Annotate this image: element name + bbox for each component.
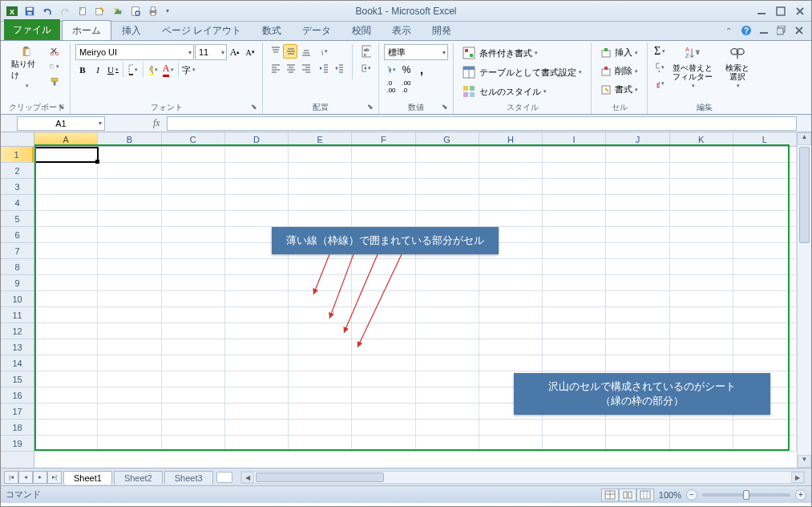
- col-header-B[interactable]: B: [98, 132, 161, 146]
- col-header-D[interactable]: D: [225, 132, 289, 146]
- col-header-K[interactable]: K: [670, 132, 733, 146]
- cell[interactable]: [416, 420, 479, 436]
- qat-customize-icon[interactable]: ▾: [163, 4, 172, 18]
- cell[interactable]: [162, 147, 225, 163]
- cell[interactable]: [352, 436, 415, 452]
- cut-icon[interactable]: [47, 44, 62, 59]
- cell[interactable]: [289, 147, 352, 163]
- cell[interactable]: [543, 179, 606, 195]
- zoom-slider-knob[interactable]: [743, 490, 749, 500]
- cell[interactable]: [225, 323, 289, 339]
- minimize-icon[interactable]: [753, 4, 770, 18]
- help-icon[interactable]: ?: [739, 24, 753, 37]
- font-launcher-icon[interactable]: ⬊: [248, 101, 260, 112]
- qat-btn-2[interactable]: [92, 4, 108, 18]
- cell[interactable]: [98, 147, 161, 163]
- italic-icon[interactable]: I: [91, 63, 105, 77]
- cell[interactable]: [733, 243, 797, 259]
- cell[interactable]: [416, 211, 479, 227]
- fx-icon[interactable]: fx: [153, 117, 160, 129]
- merge-center-icon[interactable]: [359, 61, 374, 75]
- cell-styles-button[interactable]: セルのスタイル: [459, 83, 551, 100]
- col-header-C[interactable]: C: [162, 132, 225, 146]
- tab-next-icon[interactable]: ▸: [33, 471, 47, 484]
- cell[interactable]: [670, 243, 733, 259]
- cell[interactable]: [479, 339, 543, 355]
- zoom-slider[interactable]: [702, 493, 790, 497]
- zoom-out-icon[interactable]: −: [686, 489, 697, 501]
- maximize-icon[interactable]: [773, 4, 789, 18]
- cell[interactable]: [733, 259, 797, 275]
- cell[interactable]: [352, 291, 415, 307]
- decrease-indent-icon[interactable]: [316, 61, 330, 75]
- conditional-format-button[interactable]: 条件付き書式: [459, 44, 542, 62]
- cell[interactable]: [416, 275, 479, 291]
- save-icon[interactable]: [22, 4, 38, 18]
- format-painter-icon[interactable]: [47, 75, 62, 89]
- col-header-G[interactable]: G: [416, 132, 479, 146]
- workbook-restore-icon[interactable]: [774, 24, 789, 37]
- row-header-10[interactable]: 10: [1, 291, 34, 307]
- cell[interactable]: [162, 371, 225, 387]
- cell[interactable]: [543, 147, 606, 163]
- row-header-13[interactable]: 13: [1, 339, 34, 355]
- cell[interactable]: [543, 355, 606, 371]
- cell[interactable]: [543, 195, 606, 211]
- cell[interactable]: [733, 339, 797, 355]
- print-preview-icon[interactable]: [127, 4, 143, 18]
- cell[interactable]: [352, 323, 415, 339]
- percent-icon[interactable]: %: [399, 63, 414, 77]
- delete-cells-button[interactable]: 削除: [596, 63, 642, 79]
- vertical-scrollbar[interactable]: ▲ ▼: [797, 132, 811, 468]
- cell[interactable]: [479, 436, 543, 452]
- row-header-8[interactable]: 8: [1, 259, 34, 275]
- cell[interactable]: [352, 420, 415, 436]
- cell[interactable]: [543, 163, 606, 179]
- cell[interactable]: [416, 339, 479, 355]
- cell[interactable]: [98, 211, 161, 227]
- scroll-left-icon[interactable]: ◀: [241, 472, 254, 483]
- cell[interactable]: [34, 227, 98, 243]
- cell[interactable]: [733, 179, 797, 195]
- cell[interactable]: [416, 195, 479, 211]
- cell[interactable]: [543, 275, 606, 291]
- fill-color-icon[interactable]: [146, 63, 160, 77]
- cell[interactable]: [34, 259, 98, 275]
- tab-page-layout[interactable]: ページ レイアウト: [151, 20, 252, 40]
- cell[interactable]: [479, 147, 543, 163]
- tab-prev-icon[interactable]: ◂: [18, 471, 33, 484]
- cell[interactable]: [416, 355, 479, 371]
- cell[interactable]: [162, 179, 225, 195]
- cell[interactable]: [606, 195, 669, 211]
- cell[interactable]: [98, 259, 161, 275]
- increase-font-icon[interactable]: A▴: [228, 45, 242, 59]
- cell[interactable]: [352, 147, 415, 163]
- cell[interactable]: [733, 275, 797, 291]
- cell[interactable]: [606, 147, 669, 163]
- cell[interactable]: [670, 179, 733, 195]
- copy-icon[interactable]: [47, 59, 62, 74]
- cell[interactable]: [670, 436, 733, 452]
- cell[interactable]: [289, 307, 352, 323]
- cell[interactable]: [670, 307, 733, 323]
- cell[interactable]: [416, 387, 479, 404]
- cell[interactable]: [733, 307, 797, 323]
- scroll-up-icon[interactable]: ▲: [798, 132, 811, 145]
- decrease-font-icon[interactable]: A▾: [243, 45, 257, 59]
- sort-filter-button[interactable]: AZ 並べ替えと フィルター: [670, 44, 715, 91]
- excel-app-icon[interactable]: X: [4, 4, 20, 18]
- orientation-icon[interactable]: ab: [316, 44, 330, 59]
- cell[interactable]: [416, 147, 479, 163]
- cell[interactable]: [98, 163, 161, 179]
- cell[interactable]: [416, 307, 479, 323]
- cell[interactable]: [670, 147, 733, 163]
- cell[interactable]: [34, 211, 98, 227]
- cell[interactable]: [98, 195, 161, 211]
- cell[interactable]: [162, 195, 225, 211]
- cell[interactable]: [479, 307, 543, 323]
- cell[interactable]: [733, 227, 797, 243]
- row-header-11[interactable]: 11: [1, 307, 34, 323]
- cell[interactable]: [479, 259, 543, 275]
- tab-first-icon[interactable]: |◂: [4, 471, 18, 484]
- cell[interactable]: [606, 179, 669, 195]
